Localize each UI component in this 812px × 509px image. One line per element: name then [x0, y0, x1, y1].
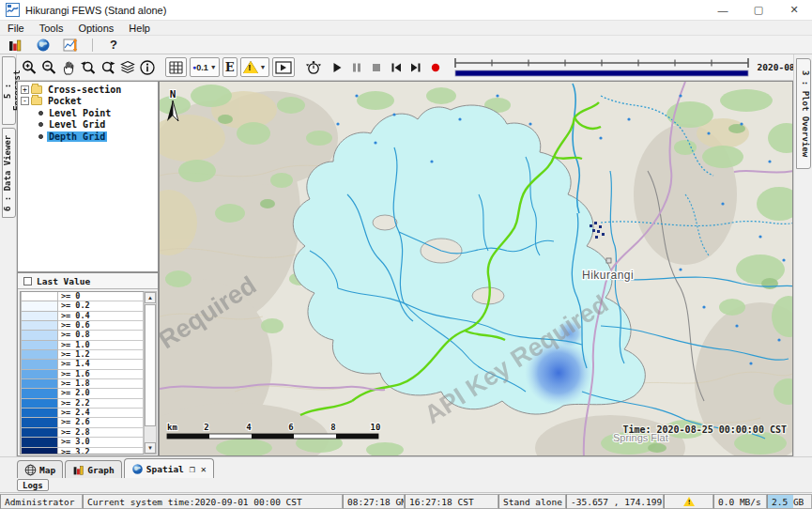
- status-transfer-rate: 0.0 MB/s: [713, 494, 767, 509]
- legend-color-swatch: [21, 379, 58, 389]
- tree-item-level-point[interactable]: Level Point: [18, 107, 158, 119]
- status-local-time: 16:27:18 CST: [405, 494, 498, 509]
- legend-row[interactable]: >= 3.0: [21, 438, 144, 447]
- timeline-slider[interactable]: [452, 56, 751, 79]
- layers-icon[interactable]: [119, 57, 136, 78]
- last-value-checkbox[interactable]: [23, 277, 32, 285]
- timeseries-display-icon[interactable]: [62, 37, 81, 54]
- play-button[interactable]: [330, 57, 344, 78]
- legend-color-swatch: [21, 312, 58, 321]
- step-to-end-button[interactable]: [409, 57, 422, 78]
- bottom-tab-bar: Map Graph Spatial ❒ ✕: [0, 456, 812, 478]
- legend-color-swatch: [21, 321, 58, 331]
- tab-maximize-icon[interactable]: ❒: [190, 464, 195, 474]
- tab-plot-overview[interactable]: 3 : Plot Overview: [796, 58, 811, 169]
- legend-color-swatch: [21, 438, 58, 447]
- svg-text:8: 8: [330, 423, 335, 432]
- map-time-label: Time: 2020-08-25 00:00:00 CST: [622, 424, 787, 435]
- svg-text:km: km: [167, 423, 177, 432]
- warnings-dropdown-button[interactable]: ▼: [240, 57, 269, 77]
- menu-tools[interactable]: Tools: [32, 23, 71, 34]
- folder-icon: [31, 97, 42, 105]
- legend-row[interactable]: >= 3.2: [21, 448, 144, 455]
- tab-map-label: Map: [39, 465, 55, 475]
- legend-color-swatch: [21, 360, 58, 369]
- tab-forecast[interactable]: 5 : Forecast: [2, 56, 16, 125]
- info-icon[interactable]: [139, 57, 156, 78]
- tab-graph-label: Graph: [87, 465, 115, 475]
- maximize-button[interactable]: ▢: [741, 0, 776, 21]
- svg-text:4: 4: [246, 423, 252, 432]
- legend-color-swatch: [21, 399, 58, 409]
- legend-color-swatch: [21, 428, 58, 438]
- record-movie-button[interactable]: [429, 57, 442, 78]
- tab-graph[interactable]: Graph: [65, 460, 122, 478]
- animation-settings-icon[interactable]: [305, 57, 322, 78]
- scrollbar-thumb[interactable]: [145, 304, 156, 426]
- zoom-in-icon[interactable]: [21, 57, 38, 78]
- tree-item-depth-grid[interactable]: Depth Grid: [18, 131, 158, 143]
- app-logo-icon: [6, 3, 20, 17]
- window-title: Hikurangi FEWS (Stand alone): [25, 5, 166, 16]
- zoom-out-icon[interactable]: [40, 57, 57, 78]
- svg-text:2: 2: [204, 423, 208, 432]
- collapse-icon[interactable]: -: [21, 97, 29, 105]
- pause-button[interactable]: [350, 57, 363, 78]
- memory-label: 2.5 GB: [772, 497, 804, 507]
- animation-window-button[interactable]: [272, 57, 295, 77]
- legend-editor-button[interactable]: E: [222, 57, 237, 77]
- tree-item-label: Pocket: [46, 96, 84, 106]
- menu-help[interactable]: Help: [121, 23, 158, 34]
- spatial-map-view[interactable]: API Key Required API Key Required Hikura…: [159, 81, 793, 456]
- last-value-label: Last Value: [37, 276, 90, 286]
- legend-color-swatch: [21, 292, 58, 301]
- tab-data-viewer[interactable]: 6 : Data Viewer: [2, 128, 16, 218]
- tree-item-cross-section[interactable]: + Cross-section: [18, 84, 158, 96]
- legend-color-swatch: [21, 350, 58, 360]
- folder-icon: [31, 85, 42, 94]
- logs-button[interactable]: Logs: [17, 479, 49, 491]
- tab-spatial[interactable]: Spatial ❒ ✕: [124, 458, 214, 478]
- logs-row: Logs: [0, 478, 812, 492]
- svg-text:6: 6: [288, 423, 293, 432]
- scroll-up-icon[interactable]: ▲: [145, 292, 156, 303]
- map-display-globe-icon[interactable]: [34, 37, 53, 54]
- tree-item-level-grid[interactable]: Level Grid: [18, 119, 158, 131]
- menu-file[interactable]: File: [0, 23, 32, 34]
- main-toolbar: ?: [0, 36, 812, 54]
- close-button[interactable]: ✕: [776, 0, 812, 21]
- expand-icon[interactable]: +: [21, 85, 29, 94]
- filter-tree-panel: + Cross-section - Pocket Level Point Lev…: [17, 81, 159, 272]
- globe-icon: [131, 463, 144, 475]
- chevron-down-icon: ▼: [210, 64, 217, 70]
- logs-panel-icon[interactable]: [6, 37, 24, 54]
- tree-item-label: Level Grid: [47, 119, 107, 130]
- pan-hand-icon[interactable]: [60, 57, 77, 78]
- zoom-next-icon[interactable]: [100, 57, 116, 78]
- threshold-value-dropdown[interactable]: ● 0.1 ▼: [190, 57, 220, 77]
- status-memory-gauge: 2.5 GB: [767, 494, 812, 509]
- menu-options[interactable]: Options: [70, 23, 121, 34]
- tab-close-icon[interactable]: ✕: [201, 464, 207, 474]
- stop-button[interactable]: [370, 57, 383, 78]
- tree-item-label: Level Point: [47, 108, 113, 118]
- tree-item-pocket[interactable]: - Pocket: [18, 96, 158, 108]
- town-marker: [606, 258, 611, 263]
- wire-globe-icon: [24, 464, 37, 476]
- zoom-previous-icon[interactable]: [80, 57, 97, 78]
- map-toolbar: ● 0.1 ▼ E ▼: [17, 54, 793, 81]
- bullet-icon: [38, 122, 43, 127]
- tab-map[interactable]: Map: [17, 460, 63, 478]
- grid-display-button[interactable]: [165, 57, 187, 77]
- scroll-down-icon[interactable]: ▼: [145, 442, 156, 454]
- minimize-button[interactable]: —: [705, 0, 741, 21]
- tree-item-label: Cross-section: [46, 85, 123, 95]
- status-coordinates: -35.657 , 174.199: [566, 494, 664, 509]
- legend-scrollbar[interactable]: ▲ ▼: [144, 291, 157, 455]
- toolbar-separator: [92, 39, 93, 52]
- legend-color-swatch: [21, 370, 58, 379]
- status-gmt-time: 08:27:18 GMT: [343, 494, 405, 509]
- help-button[interactable]: ?: [104, 37, 123, 54]
- step-to-start-button[interactable]: [390, 57, 403, 78]
- status-warning-cell[interactable]: [664, 494, 713, 509]
